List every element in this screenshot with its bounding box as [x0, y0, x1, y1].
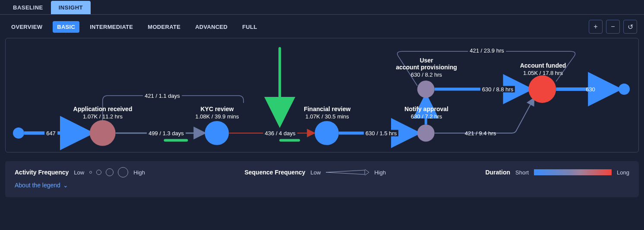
node-financial-review[interactable]: [315, 121, 339, 145]
subtab-advanced[interactable]: ADVANCED: [191, 21, 232, 33]
node-application-received[interactable]: [90, 120, 116, 146]
edge-notify-funded-bottom[interactable]: [435, 99, 534, 133]
node-account-funded[interactable]: [528, 75, 556, 103]
tab-baseline[interactable]: BASELINE: [5, 1, 51, 14]
subtab-overview[interactable]: OVERVIEW: [7, 21, 47, 33]
top-tabs: BASELINE INSIGHT: [0, 0, 644, 15]
subtab-intermediate[interactable]: INTERMEDIATE: [85, 21, 137, 33]
chevron-down-icon: ⌄: [63, 182, 68, 189]
subtab-full[interactable]: FULL: [238, 21, 261, 33]
plus-icon: +: [593, 23, 597, 31]
about-the-legend-link[interactable]: About the legend ⌄: [15, 182, 68, 189]
node-user-account-provisioning[interactable]: [417, 81, 435, 98]
activity-frequency-dots-icon: [89, 167, 128, 177]
zoom-controls: + − ↺: [589, 20, 637, 34]
sub-tabs-row: OVERVIEW BASIC INTERMEDIATE MODERATE ADV…: [0, 15, 644, 38]
node-start[interactable]: [13, 127, 24, 139]
sequence-frequency-arrow-icon: [326, 169, 369, 175]
reset-view-button[interactable]: ↺: [623, 20, 637, 34]
node-kyc-review[interactable]: [205, 121, 229, 145]
zoom-in-button[interactable]: +: [589, 20, 603, 34]
process-canvas[interactable]: Application received 1.07K / 11.2 hrs KY…: [5, 38, 639, 152]
legend-activity-frequency: Activity Frequency Low High: [15, 167, 145, 177]
duration-gradient-icon: [534, 169, 612, 175]
process-graph-svg: [6, 38, 638, 152]
tab-insight[interactable]: INSIGHT: [51, 1, 91, 14]
minus-icon: −: [611, 23, 615, 31]
node-end[interactable]: [619, 84, 630, 95]
node-notify-approval[interactable]: [417, 124, 435, 142]
subtab-basic[interactable]: BASIC: [53, 21, 79, 33]
zoom-out-button[interactable]: −: [606, 20, 620, 34]
legend-panel: Activity Frequency Low High Sequence Fre…: [5, 161, 639, 197]
subtab-moderate[interactable]: MODERATE: [143, 21, 185, 33]
legend-duration: Duration Short Long: [485, 169, 629, 176]
reset-icon: ↺: [628, 23, 633, 31]
sub-tabs: OVERVIEW BASIC INTERMEDIATE MODERATE ADV…: [7, 21, 262, 33]
edge-app-kyc-top[interactable]: [103, 96, 244, 120]
legend-sequence-frequency: Sequence Frequency Low High: [244, 169, 385, 176]
